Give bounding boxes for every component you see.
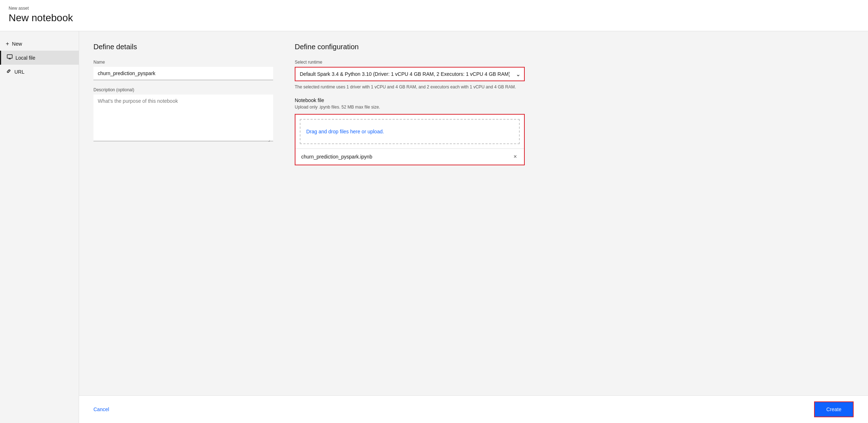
- header: New asset New notebook: [0, 0, 868, 31]
- cancel-button[interactable]: Cancel: [93, 404, 109, 415]
- details-section: Define details Name Description (optiona…: [93, 43, 273, 384]
- page-title: New notebook: [9, 12, 859, 24]
- description-label: Description (optional): [93, 87, 273, 92]
- description-wrapper: ⌟: [93, 95, 273, 143]
- content-body: Define details Name Description (optiona…: [79, 31, 868, 395]
- sidebar-item-local-file[interactable]: Local file: [0, 51, 79, 65]
- upload-container: Drag and drop files here or upload. chur…: [295, 114, 525, 165]
- notebook-file-hint: Upload only .ipynb files. 52 MB max file…: [295, 105, 525, 110]
- sidebar-new-label: New: [12, 41, 22, 47]
- runtime-select-wrapper: Default Spark 3.4 & Python 3.10 (Driver:…: [295, 67, 525, 81]
- notebook-file-label: Notebook file: [295, 97, 525, 103]
- sidebar: + New Local file URL: [0, 31, 79, 423]
- config-section: Define configuration Select runtime Defa…: [295, 43, 525, 384]
- config-title: Define configuration: [295, 43, 525, 51]
- uploaded-file-name: churn_prediction_pyspark.ipynb: [301, 154, 372, 160]
- main-layout: + New Local file URL: [0, 31, 868, 423]
- uploaded-file-row: churn_prediction_pyspark.ipynb ×: [295, 148, 524, 165]
- link-icon: [6, 68, 12, 75]
- runtime-select[interactable]: Default Spark 3.4 & Python 3.10 (Driver:…: [295, 67, 525, 81]
- upload-drop-area[interactable]: Drag and drop files here or upload.: [300, 119, 520, 144]
- breadcrumb: New asset: [9, 6, 859, 11]
- name-input[interactable]: [93, 67, 273, 80]
- create-button[interactable]: Create: [814, 401, 854, 417]
- content-area: Define details Name Description (optiona…: [79, 31, 868, 423]
- runtime-hint: The selected runtime uses 1 driver with …: [295, 84, 525, 90]
- runtime-label: Select runtime: [295, 60, 525, 65]
- content-footer: Cancel Create: [79, 395, 868, 423]
- svg-rect-0: [7, 55, 12, 58]
- monitor-icon: [7, 54, 13, 61]
- upload-link[interactable]: Drag and drop files here or upload.: [306, 129, 384, 134]
- sidebar-new-item[interactable]: + New: [0, 37, 79, 51]
- sidebar-url-label: URL: [14, 69, 24, 75]
- description-textarea[interactable]: [93, 95, 273, 141]
- sidebar-item-url[interactable]: URL: [0, 65, 79, 79]
- remove-file-button[interactable]: ×: [512, 153, 518, 160]
- name-label: Name: [93, 60, 273, 65]
- resize-handle-icon: ⌟: [268, 138, 272, 142]
- plus-icon: +: [6, 41, 9, 47]
- details-title: Define details: [93, 43, 273, 51]
- sidebar-local-file-label: Local file: [15, 55, 35, 61]
